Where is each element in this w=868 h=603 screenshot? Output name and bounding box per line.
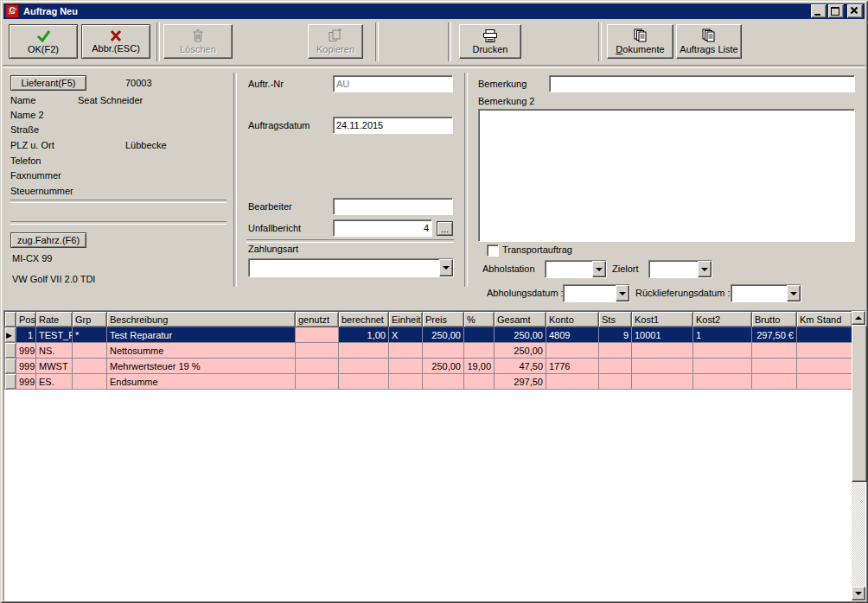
grid-cell[interactable]: [693, 343, 752, 359]
grid-col-header[interactable]: Kost2: [693, 312, 752, 327]
grid-col-header[interactable]: %: [464, 312, 495, 327]
grid-col-header[interactable]: Brutto: [752, 312, 797, 327]
delete-button[interactable]: Löschen: [163, 24, 233, 59]
grid-cell[interactable]: 9: [599, 327, 632, 343]
accident-report-input[interactable]: [333, 219, 432, 237]
grid-cell[interactable]: [296, 359, 339, 374]
pickup-station-dropdown-button[interactable]: [592, 261, 606, 277]
grid-col-header[interactable]: Gesamt: [495, 312, 546, 327]
grid-cell[interactable]: [296, 343, 339, 359]
grid-cell[interactable]: [73, 374, 107, 390]
browse-button[interactable]: ...: [437, 221, 453, 236]
grid-cell[interactable]: 250,00: [423, 359, 464, 374]
transport-order-checkbox[interactable]: [487, 244, 499, 257]
remark2-textarea[interactable]: [478, 109, 855, 242]
scrollbar-thumb[interactable]: [852, 325, 867, 482]
grid-cell[interactable]: [339, 343, 389, 359]
grid-cell[interactable]: [752, 374, 797, 390]
cancel-button[interactable]: Abbr.(ESC): [81, 24, 150, 59]
grid-cell[interactable]: [599, 374, 632, 390]
payment-type-select[interactable]: [248, 258, 454, 277]
pickup-date-select[interactable]: [563, 284, 630, 302]
destination-select[interactable]: [648, 260, 712, 278]
grid-cell[interactable]: 4809: [546, 327, 599, 343]
grid-cell[interactable]: MWST: [36, 359, 73, 374]
grid-row[interactable]: 999MWSTMehrwertsteuer 19 %250,0019,0047,…: [5, 359, 852, 374]
grid-cell[interactable]: Endsumme: [107, 374, 296, 390]
pickup-date-dropdown-button[interactable]: [616, 285, 629, 302]
grid-cell[interactable]: 47,50: [495, 359, 546, 374]
grid-cell[interactable]: [797, 359, 852, 374]
grid-col-header[interactable]: Km Stand: [797, 312, 852, 327]
grid-cell[interactable]: [752, 343, 797, 359]
grid-col-header[interactable]: Beschreibung: [107, 312, 296, 327]
grid-cell[interactable]: [296, 327, 339, 343]
row-selector-cell[interactable]: [5, 343, 16, 359]
grid-cell[interactable]: [797, 374, 852, 390]
grid-cell[interactable]: [599, 359, 632, 374]
grid-cell[interactable]: [693, 374, 752, 390]
grid-cell[interactable]: Mehrwertsteuer 19 %: [107, 359, 296, 374]
grid-cell[interactable]: [296, 374, 339, 390]
destination-dropdown-button[interactable]: [698, 261, 712, 277]
grid-cell[interactable]: [464, 374, 495, 390]
row-selector-cell[interactable]: [5, 359, 16, 374]
grid-col-header[interactable]: Pos: [16, 312, 36, 327]
grid-cell[interactable]: [389, 359, 423, 374]
grid-cell[interactable]: *: [73, 327, 107, 343]
grid-cell[interactable]: 10001: [632, 327, 693, 343]
close-button[interactable]: [847, 4, 863, 18]
maximize-button[interactable]: [828, 4, 844, 18]
grid-cell[interactable]: Nettosumme: [107, 343, 296, 359]
grid-cell[interactable]: [632, 343, 693, 359]
grid-cell[interactable]: 297,50 €: [752, 327, 797, 343]
grid-cell[interactable]: 1: [16, 327, 36, 343]
scroll-down-button[interactable]: [852, 587, 865, 600]
grid-row[interactable]: 999ES.Endsumme297,50: [5, 374, 852, 390]
return-date-dropdown-button[interactable]: [787, 285, 801, 302]
grid-col-header[interactable]: Kost1: [632, 312, 693, 327]
grid-cell[interactable]: [464, 343, 495, 359]
grid-cell[interactable]: TEST_F: [36, 327, 73, 343]
row-selector-cell[interactable]: [5, 374, 16, 390]
payment-type-dropdown-button[interactable]: [439, 259, 453, 276]
clerk-input[interactable]: [333, 198, 453, 215]
pickup-station-select[interactable]: [545, 260, 607, 278]
grid-col-header[interactable]: Rate: [36, 312, 73, 327]
scrollbar-track[interactable]: [852, 482, 865, 587]
grid-cell[interactable]: ES.: [36, 374, 73, 390]
grid-cell[interactable]: 250,00: [423, 327, 464, 343]
grid-cell[interactable]: 250,00: [495, 327, 546, 343]
grid-cell[interactable]: 297,50: [495, 374, 546, 390]
grid-cell[interactable]: 1,00: [339, 327, 389, 343]
order-list-button[interactable]: Auftrags Liste: [676, 24, 742, 59]
grid-cell[interactable]: 19,00: [464, 359, 495, 374]
grid-col-header[interactable]: Preis: [423, 312, 464, 327]
grid-cell[interactable]: [797, 343, 852, 359]
minimize-button[interactable]: [811, 4, 827, 18]
grid-cell[interactable]: [599, 343, 632, 359]
grid-cell[interactable]: [693, 359, 752, 374]
grid-col-header[interactable]: berechnet: [339, 312, 389, 327]
grid-cell[interactable]: NS.: [36, 343, 73, 359]
grid-col-header[interactable]: Sts: [599, 312, 632, 327]
order-number-input[interactable]: [333, 75, 453, 92]
scroll-up-button[interactable]: [852, 311, 865, 325]
grid-cell[interactable]: [752, 359, 797, 374]
grid-cell[interactable]: [423, 374, 464, 390]
grid-cell[interactable]: [73, 359, 107, 374]
grid-cell[interactable]: 1: [693, 327, 752, 343]
grid-cell[interactable]: [389, 343, 423, 359]
grid-cell[interactable]: 1776: [546, 359, 599, 374]
grid-cell[interactable]: 999: [16, 374, 36, 390]
grid-col-header[interactable]: Konto: [546, 312, 599, 327]
grid-cell[interactable]: [423, 343, 464, 359]
grid-col-header[interactable]: Grp: [73, 312, 107, 327]
grid-cell[interactable]: 999: [16, 343, 36, 359]
vehicle-button[interactable]: zug.Fahrz.(F6): [10, 232, 86, 248]
grid-col-header[interactable]: [5, 312, 16, 327]
grid-cell[interactable]: [546, 374, 599, 390]
documents-button[interactable]: Dokumente: [607, 24, 673, 59]
grid-cell[interactable]: [546, 343, 599, 359]
grid-cell[interactable]: 999: [16, 359, 36, 374]
